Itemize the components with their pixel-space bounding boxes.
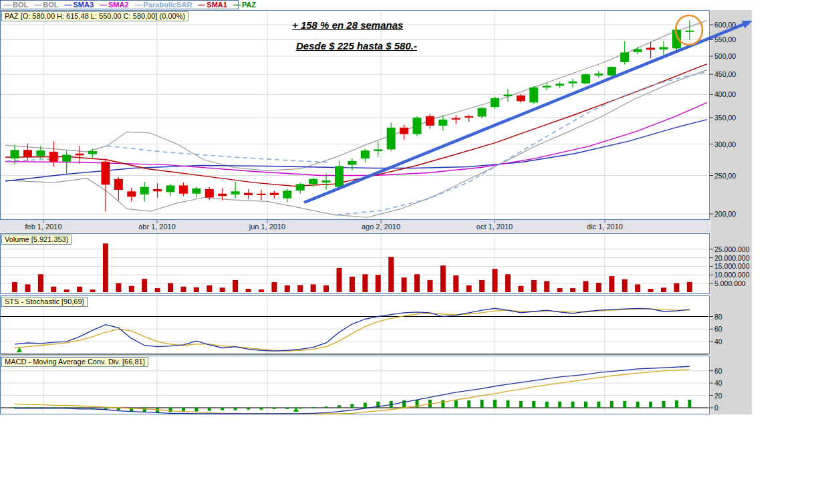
volume-bar (116, 283, 121, 292)
volume-bar (155, 288, 160, 292)
macd-histogram-bar (662, 401, 666, 408)
volume-bar (518, 286, 523, 292)
volume-bar (64, 289, 70, 292)
macd-histogram-bar (636, 402, 640, 408)
macd-histogram-bar (506, 400, 509, 408)
macd-histogram-bar (610, 401, 614, 408)
macd-histogram-bar (234, 408, 237, 410)
candle-body (127, 191, 136, 197)
candle-body (581, 74, 590, 84)
volume-bar (362, 274, 368, 292)
candle-body (88, 151, 97, 154)
volume-bar (337, 268, 342, 292)
candle-body (140, 187, 149, 195)
candle-body (166, 185, 175, 192)
candle-body (192, 188, 200, 194)
candle-body (76, 154, 84, 156)
macd-histogram-bar (558, 402, 561, 408)
candle-body (426, 116, 434, 126)
candle-body (361, 150, 370, 158)
macd-histogram-bar (454, 400, 458, 408)
candle-body (218, 194, 227, 196)
volume-bar (350, 277, 355, 292)
macd-histogram-bar (311, 407, 315, 408)
volume-bar (544, 281, 549, 292)
volume-bar (402, 277, 407, 292)
volume-bar (531, 280, 537, 292)
volume-bar (596, 283, 601, 292)
macd-histogram-bar (259, 408, 263, 410)
volume-bar (77, 287, 82, 292)
candle-body (153, 189, 162, 191)
candle-body (620, 52, 629, 62)
volume-bar (90, 289, 96, 292)
candle-body (413, 118, 422, 134)
volume-bar (129, 286, 134, 292)
volume-bar (674, 283, 679, 292)
candle-body (400, 128, 408, 134)
candle-body (464, 116, 473, 118)
macd-histogram-bar (571, 402, 575, 408)
macd-histogram-bar (299, 408, 302, 409)
candle-body (179, 185, 188, 193)
volume-bar (622, 279, 628, 292)
macd-histogram-bar (143, 408, 146, 412)
volume-bar (233, 280, 238, 292)
macd-histogram-bar (519, 401, 523, 408)
candle-body (503, 94, 512, 96)
volume-bar (51, 287, 56, 292)
macd-histogram-bar (247, 408, 250, 410)
volume-bar (661, 287, 666, 292)
candle-body (231, 191, 240, 195)
volume-bar (12, 282, 17, 292)
volume-bar (388, 257, 394, 292)
candle-body (555, 84, 564, 86)
macd-histogram-bar (649, 402, 652, 408)
volume-bar (297, 285, 303, 292)
volume-bar (583, 281, 588, 292)
sma3-line (5, 120, 707, 181)
candle-body (23, 150, 32, 156)
volume-bar (687, 282, 692, 292)
candle-body (646, 47, 655, 49)
volume-bar (220, 287, 225, 292)
candle-body (322, 180, 331, 182)
volume-bar (479, 280, 485, 292)
macd-histogram-bar (350, 404, 354, 408)
buy-signal-triangle (293, 406, 299, 412)
volume-bar (246, 289, 251, 292)
volume-bar (259, 289, 264, 292)
macd-histogram-bar (416, 400, 419, 408)
volume-bar (194, 287, 199, 292)
macd-histogram-bar (182, 408, 185, 412)
volume-bar (505, 274, 511, 292)
volume-bar (207, 285, 212, 292)
macd-histogram-bar (337, 405, 341, 408)
candle-body (660, 47, 668, 49)
candle-body (36, 150, 45, 156)
candle-body (270, 193, 279, 195)
macd-histogram-bar (467, 400, 470, 408)
macd-histogram-bar (597, 402, 600, 408)
macd-histogram-bar (688, 400, 691, 408)
volume-bar (285, 285, 290, 292)
volume-bar (25, 284, 30, 292)
candle-body (374, 149, 382, 151)
candle-body (296, 184, 305, 191)
volume-bar (142, 279, 147, 292)
macd-histogram-bar (532, 401, 535, 408)
macd-histogram-bar (493, 400, 497, 408)
volume-bar (440, 265, 446, 292)
candle-body (438, 120, 447, 126)
volume-bar (323, 285, 329, 292)
parabolic-sar-segment (107, 146, 327, 162)
macd-histogram-bar (325, 406, 328, 408)
stochastic-d-line (15, 309, 690, 351)
macd-histogram-bar (584, 402, 587, 408)
candle-body (244, 193, 253, 195)
volume-bar (414, 274, 420, 292)
candle-body (309, 179, 317, 184)
candle-body (607, 67, 616, 76)
candle-body (452, 118, 460, 120)
macd-histogram-bar (156, 408, 159, 412)
